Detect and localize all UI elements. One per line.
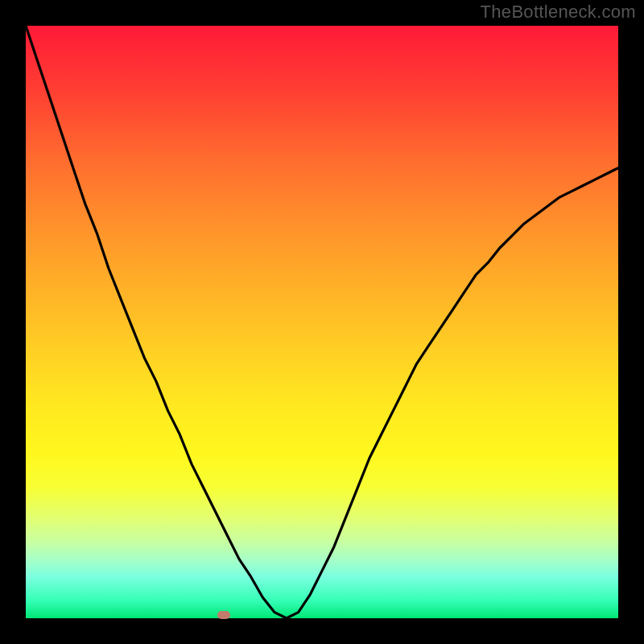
plot-area <box>26 26 618 618</box>
optimal-point-marker <box>217 611 230 619</box>
watermark-label: TheBottleneck.com <box>481 2 636 23</box>
chart-frame: TheBottleneck.com <box>0 0 644 644</box>
bottleneck-curve <box>26 26 618 618</box>
